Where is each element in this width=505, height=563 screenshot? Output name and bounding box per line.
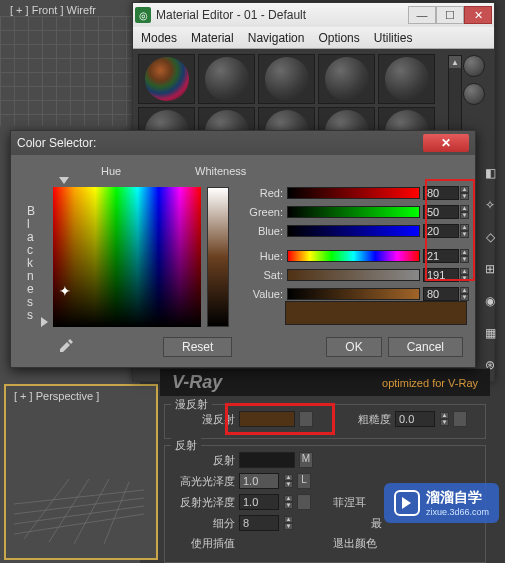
svg-line-1 xyxy=(14,506,144,524)
close-button[interactable]: ✕ xyxy=(423,134,469,152)
spinner-buttons[interactable]: ▲▼ xyxy=(440,412,449,426)
viewport-perspective-label: [ + ] Perspective ] xyxy=(14,390,99,402)
sample-slot[interactable] xyxy=(378,54,435,104)
material-editor-title: Material Editor - 01 - Default xyxy=(156,8,408,22)
vray-optimized-text: optimized for V-Ray xyxy=(382,377,478,389)
fresnel-label: 菲涅耳 xyxy=(333,495,366,510)
menu-navigation[interactable]: Navigation xyxy=(248,31,305,45)
whiteness-slider[interactable] xyxy=(207,187,229,327)
value-spinner[interactable]: 80 xyxy=(423,287,459,301)
use-interp-label: 使用插值 xyxy=(171,536,235,551)
material-params: 漫反射 漫反射 粗糙度 0.0 ▲▼ 反射 反射 M 高光光泽度 1.0 ▲▼ … xyxy=(160,398,490,563)
roughness-map-button[interactable] xyxy=(453,411,467,427)
hgloss-l-button[interactable]: L xyxy=(297,473,311,489)
blue-slider[interactable] xyxy=(287,225,420,237)
result-color-swatch[interactable] xyxy=(285,301,467,325)
subdiv-label: 细分 xyxy=(171,516,235,531)
roughness-label: 粗糙度 xyxy=(339,412,391,427)
svg-line-0 xyxy=(14,514,144,534)
material-editor-titlebar[interactable]: ◎ Material Editor - 01 - Default — ☐ ✕ xyxy=(133,3,494,27)
svg-line-4 xyxy=(24,479,69,539)
tool-icon[interactable]: ⊞ xyxy=(479,258,501,280)
spinner-buttons[interactable]: ▲▼ xyxy=(460,287,469,301)
tool-icon[interactable]: ◧ xyxy=(479,162,501,184)
diffuse-group: 漫反射 漫反射 粗糙度 0.0 ▲▼ xyxy=(164,404,486,439)
green-slider[interactable] xyxy=(287,206,420,218)
subdiv-spinner[interactable]: 8 xyxy=(239,515,279,531)
material-side-toolbar xyxy=(463,55,491,105)
hue-picker[interactable] xyxy=(53,187,201,327)
perspective-grid xyxy=(14,474,144,544)
svg-line-3 xyxy=(14,490,144,504)
close-button[interactable]: ✕ xyxy=(464,6,492,24)
reset-button[interactable]: Reset xyxy=(163,337,232,357)
cancel-button[interactable]: Cancel xyxy=(388,337,463,357)
spinner-buttons[interactable]: ▲▼ xyxy=(284,495,293,509)
vray-logo-text: V-Ray xyxy=(172,372,222,393)
value-label: Value: xyxy=(243,288,283,300)
vray-header: V-Ray optimized for V-Ray xyxy=(160,368,490,396)
sample-slot[interactable] xyxy=(138,54,195,104)
blackness-marker-icon xyxy=(41,317,48,327)
menu-utilities[interactable]: Utilities xyxy=(374,31,413,45)
reflect-group-title: 反射 xyxy=(171,438,201,453)
sample-slot[interactable] xyxy=(318,54,375,104)
ok-button[interactable]: OK xyxy=(326,337,381,357)
viewport-perspective[interactable]: [ + ] Perspective ] xyxy=(4,384,158,560)
red-label: Red: xyxy=(243,187,283,199)
spinner-buttons[interactable]: ▲▼ xyxy=(284,474,293,488)
tool-icon[interactable]: ✧ xyxy=(479,194,501,216)
svg-line-5 xyxy=(49,479,89,542)
blue-label: Blue: xyxy=(243,225,283,237)
spinner-buttons[interactable]: ▲▼ xyxy=(284,516,293,530)
rgloss-label: 反射光泽度 xyxy=(171,495,235,510)
tool-icon[interactable]: ◉ xyxy=(479,290,501,312)
menu-options[interactable]: Options xyxy=(318,31,359,45)
sample-type-icon[interactable] xyxy=(463,55,485,77)
whiteness-heading: Whiteness xyxy=(195,165,246,177)
value-slider[interactable] xyxy=(287,288,420,300)
diffuse-group-title: 漫反射 xyxy=(171,397,212,412)
play-icon xyxy=(394,490,420,516)
scroll-up-icon[interactable]: ▲ xyxy=(449,56,461,68)
reflect-label: 反射 xyxy=(171,453,235,468)
tool-icon[interactable]: ◇ xyxy=(479,226,501,248)
rgloss-spinner[interactable]: 1.0 xyxy=(239,494,279,510)
reflect-m-button[interactable]: M xyxy=(299,452,313,468)
right-toolbar: ◧ ✧ ◇ ⊞ ◉ ▦ ⊛ xyxy=(477,158,505,380)
hgloss-spinner[interactable]: 1.0 xyxy=(239,473,279,489)
roughness-spinner[interactable]: 0.0 xyxy=(395,411,435,427)
material-sphere xyxy=(265,57,309,101)
blackness-label: Blackness xyxy=(27,205,37,322)
green-label: Green: xyxy=(243,206,283,218)
hgloss-label: 高光光泽度 xyxy=(171,474,235,489)
minimize-button[interactable]: — xyxy=(408,6,436,24)
maximize-button[interactable]: ☐ xyxy=(436,6,464,24)
watermark-url: zixue.3d66.com xyxy=(426,507,489,517)
sample-slot[interactable] xyxy=(258,54,315,104)
backlight-icon[interactable] xyxy=(463,83,485,105)
material-sphere xyxy=(385,57,429,101)
red-slider[interactable] xyxy=(287,187,420,199)
reflect-color-swatch[interactable] xyxy=(239,452,295,468)
svg-line-7 xyxy=(104,482,129,544)
viewport-front-label[interactable]: [ + ] Front ] Wirefr xyxy=(10,4,96,16)
rgloss-map-button[interactable] xyxy=(297,494,311,510)
menu-material[interactable]: Material xyxy=(191,31,234,45)
max-label: 最 xyxy=(371,516,382,531)
sample-slot[interactable] xyxy=(198,54,255,104)
app-icon: ◎ xyxy=(135,7,151,23)
tool-icon[interactable]: ▦ xyxy=(479,322,501,344)
color-selector-dialog: Color Selector: ✕ Hue Whiteness Blacknes… xyxy=(10,130,476,368)
exit-color-label: 退出颜色 xyxy=(333,536,377,551)
menu-modes[interactable]: Modes xyxy=(141,31,177,45)
viewport-front-grid[interactable] xyxy=(0,16,140,126)
color-selector-titlebar[interactable]: Color Selector: ✕ xyxy=(11,131,475,155)
watermark: 溜溜自学 zixue.3d66.com xyxy=(384,483,499,523)
watermark-name: 溜溜自学 xyxy=(426,489,489,507)
sat-slider[interactable] xyxy=(287,269,420,281)
annotation-highlight xyxy=(425,179,475,281)
material-sphere-active xyxy=(145,57,189,101)
hue-slider[interactable] xyxy=(287,250,420,262)
svg-line-2 xyxy=(14,498,144,514)
